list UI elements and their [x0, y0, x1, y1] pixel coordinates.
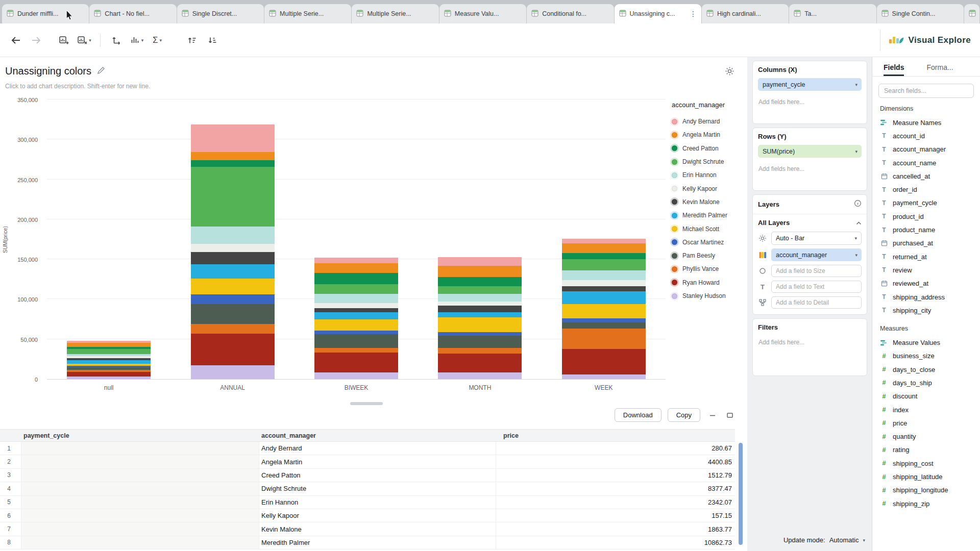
bar-segment[interactable]: [314, 319, 398, 331]
browser-tab[interactable]: Multiple Serie...: [264, 4, 351, 23]
field-item[interactable]: Treturned_at: [872, 250, 980, 263]
bar-segment[interactable]: [191, 304, 275, 324]
chart-settings-gear-icon[interactable]: [725, 66, 734, 78]
bar-segment[interactable]: [314, 303, 398, 308]
bar-segment[interactable]: [314, 334, 398, 348]
field-item[interactable]: Measure Names: [872, 116, 980, 129]
chart-description[interactable]: Click to add chart description. Shift-en…: [5, 83, 150, 90]
bar-segment[interactable]: [67, 349, 151, 354]
legend-item[interactable]: Angela Martin: [672, 128, 747, 141]
browser-tab[interactable]: Single Contin...: [877, 4, 964, 23]
browser-tab[interactable]: Conditional fo...: [527, 4, 614, 23]
field-chip-payment-cycle[interactable]: payment_cycle ▾: [758, 78, 862, 91]
bar-segment[interactable]: [314, 372, 398, 379]
bar-segment[interactable]: [67, 343, 151, 347]
bar-segment[interactable]: [191, 252, 275, 264]
bar-segment[interactable]: [314, 263, 398, 273]
browser-tab[interactable]: Ta...: [789, 4, 876, 23]
field-item[interactable]: #rating: [872, 443, 980, 457]
legend-item[interactable]: Dwight Schrute: [672, 155, 747, 168]
bar-segment[interactable]: [191, 334, 275, 366]
legend-item[interactable]: Andy Bernard: [672, 115, 747, 128]
legend-item[interactable]: Creed Patton: [672, 142, 747, 155]
search-fields-input[interactable]: [878, 84, 974, 98]
legend-item[interactable]: Phyllis Vance: [672, 262, 747, 276]
column-header[interactable]: account_manager: [259, 432, 496, 439]
bar-segment[interactable]: [191, 160, 275, 167]
remove-chart-button[interactable]: ▾: [76, 32, 93, 49]
mark-type-select[interactable]: Auto - Bar ▾: [771, 232, 862, 245]
field-item[interactable]: Tproduct_id: [872, 210, 980, 223]
legend-item[interactable]: Ryan Howard: [672, 276, 747, 289]
field-item[interactable]: #days_to_close: [872, 363, 980, 376]
browser-tab[interactable]: Multiple Serie...: [352, 4, 438, 23]
bar-segment[interactable]: [438, 372, 522, 379]
browser-tab[interactable]: Chart - No fiel...: [89, 4, 176, 23]
duplicate-chart-button[interactable]: [55, 32, 72, 49]
bar-segment[interactable]: [562, 322, 646, 329]
minimize-results-icon[interactable]: [707, 410, 718, 420]
results-scrollbar[interactable]: [739, 443, 743, 545]
bar-ANNUAL[interactable]: [191, 124, 275, 379]
bar-segment[interactable]: [314, 273, 398, 284]
bar-null[interactable]: [67, 341, 151, 379]
table-row[interactable]: 1Andy Bernard280.67: [0, 442, 735, 455]
field-item[interactable]: #discount: [872, 390, 980, 403]
table-row[interactable]: 3Creed Patton1512.79: [0, 469, 735, 482]
table-row[interactable]: 4Dwight Schrute8377.47: [0, 482, 735, 495]
browser-tab[interactable]: Unassigning c...⋮: [615, 4, 701, 23]
legend-item[interactable]: Meredith Palmer: [672, 209, 747, 222]
bar-segment[interactable]: [438, 336, 522, 347]
field-chip-sum-price[interactable]: SUM(price) ▾: [758, 145, 862, 158]
bar-segment[interactable]: [191, 264, 275, 279]
update-mode-select[interactable]: Automatic ▾: [829, 536, 865, 544]
bar-segment[interactable]: [67, 372, 151, 377]
field-item[interactable]: #price: [872, 416, 980, 430]
bar-segment[interactable]: [191, 365, 275, 379]
browser-tab[interactable]: Single Discret...: [177, 4, 264, 23]
edit-title-icon[interactable]: [97, 66, 105, 77]
bar-segment[interactable]: [562, 259, 646, 270]
bar-segment[interactable]: [191, 124, 275, 153]
legend-item[interactable]: Pam Beesly: [672, 249, 747, 262]
field-item[interactable]: #index: [872, 403, 980, 416]
browser-tab[interactable]: [964, 4, 979, 23]
browser-tab[interactable]: Dunder miffli...: [2, 4, 89, 23]
rows-drop-placeholder[interactable]: Add fields here...: [758, 165, 862, 172]
bar-segment[interactable]: [314, 284, 398, 294]
table-row[interactable]: 8Meredith Palmer10862.73: [0, 536, 735, 549]
bar-segment[interactable]: [438, 294, 522, 302]
bar-segment[interactable]: [191, 279, 275, 294]
aggregate-button[interactable]: Σ ▾: [149, 32, 166, 49]
legend-item[interactable]: Erin Hannon: [672, 168, 747, 182]
panel-resize-handle[interactable]: [350, 402, 383, 405]
bar-segment[interactable]: [562, 270, 646, 280]
bar-segment[interactable]: [191, 324, 275, 334]
tab-menu-icon[interactable]: ⋮: [690, 10, 697, 18]
field-item[interactable]: Tshipping_city: [872, 304, 980, 317]
field-item[interactable]: Tshipping_address: [872, 290, 980, 304]
bar-segment[interactable]: [562, 280, 646, 287]
bar-segment[interactable]: [314, 294, 398, 304]
table-row[interactable]: 2Angela Martin4400.85: [0, 455, 735, 468]
bar-segment[interactable]: [191, 167, 275, 227]
bar-segment[interactable]: [562, 329, 646, 348]
browser-tab[interactable]: Measure Valu...: [439, 4, 526, 23]
bar-segment[interactable]: [562, 286, 646, 291]
bar-segment[interactable]: [562, 304, 646, 318]
bar-segment[interactable]: [314, 348, 398, 353]
bar-segment[interactable]: [438, 317, 522, 332]
field-item[interactable]: Taccount_name: [872, 156, 980, 169]
bar-segment[interactable]: [562, 239, 646, 243]
field-item[interactable]: Tpayment_cycle: [872, 196, 980, 210]
bar-segment[interactable]: [438, 306, 522, 312]
bar-segment[interactable]: [438, 354, 522, 373]
chart-type-button[interactable]: ▾: [128, 32, 145, 49]
field-item[interactable]: purchased_at: [872, 237, 980, 250]
maximize-results-icon[interactable]: [725, 410, 735, 420]
bar-segment[interactable]: [562, 374, 646, 379]
bar-WEEK[interactable]: [562, 239, 646, 379]
legend-item[interactable]: Oscar Martinez: [672, 236, 747, 249]
bar-segment[interactable]: [314, 331, 398, 335]
bar-segment[interactable]: [438, 266, 522, 277]
